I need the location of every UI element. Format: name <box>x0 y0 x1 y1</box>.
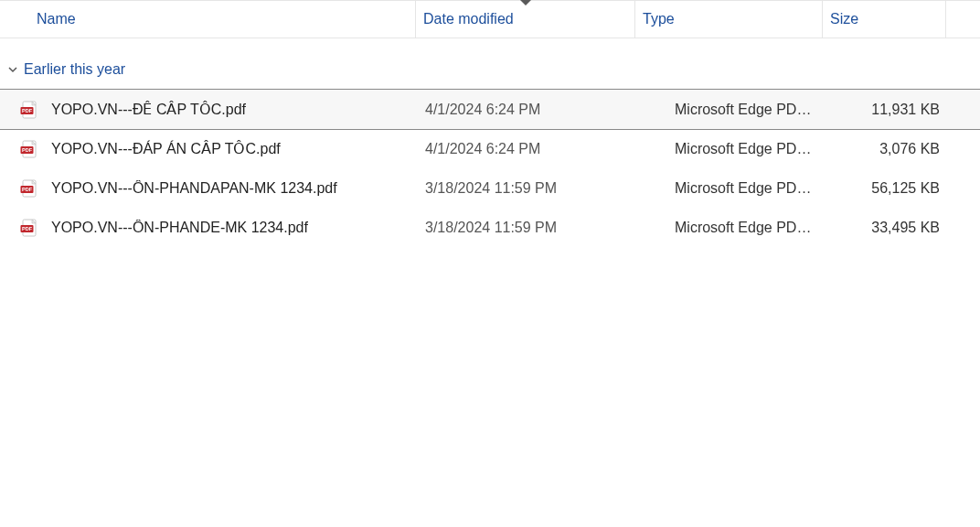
file-row[interactable]: PDF YOPO.VN---ĐÁP ÁN CẤP TỐC.pdf4/1/2024… <box>0 129 980 168</box>
file-name-label: YOPO.VN---ĐÁP ÁN CẤP TỐC.pdf <box>51 140 409 157</box>
file-name-label: YOPO.VN---ĐỀ CẤP TỐC.pdf <box>51 101 409 118</box>
group-header[interactable]: Earlier this year <box>0 57 980 82</box>
pdf-file-icon: PDF <box>20 101 38 119</box>
file-size-cell: 11,931 KB <box>823 102 942 118</box>
column-header-name[interactable]: Name <box>0 1 416 38</box>
svg-text:PDF: PDF <box>22 108 33 113</box>
file-name-cell: PDF YOPO.VN---ĐỀ CẤP TỐC.pdf <box>0 101 416 119</box>
chevron-down-icon <box>7 64 18 75</box>
file-size-cell: 33,495 KB <box>823 220 942 236</box>
file-type-cell: Microsoft Edge PDF ... <box>640 180 823 197</box>
file-type-cell: Microsoft Edge PDF ... <box>640 220 823 236</box>
file-name-label: YOPO.VN---ÔN-PHANDAPAN-MK 1234.pdf <box>51 180 409 197</box>
file-row[interactable]: PDF YOPO.VN---ÔN-PHANDAPAN-MK 1234.pdf3/… <box>0 168 980 208</box>
svg-text:PDF: PDF <box>22 226 33 231</box>
column-header-date-label: Date modified <box>423 11 514 27</box>
file-row[interactable]: PDF YOPO.VN---ÔN-PHANDE-MK 1234.pdf3/18/… <box>0 208 980 247</box>
file-date-cell: 4/1/2024 6:24 PM <box>416 102 640 118</box>
file-date-cell: 3/18/2024 11:59 PM <box>416 220 640 236</box>
file-date-cell: 3/18/2024 11:59 PM <box>416 180 640 197</box>
sort-descending-icon <box>520 0 531 5</box>
file-type-cell: Microsoft Edge PDF ... <box>640 141 823 157</box>
file-type-cell: Microsoft Edge PDF ... <box>640 102 823 118</box>
group-header-label: Earlier this year <box>24 61 125 78</box>
pdf-file-icon: PDF <box>20 219 38 237</box>
file-rows: PDF YOPO.VN---ĐỀ CẤP TỐC.pdf4/1/2024 6:2… <box>0 82 980 247</box>
file-size-cell: 56,125 KB <box>823 180 942 197</box>
file-list-body: Earlier this year PDF YOPO.VN---ĐỀ CẤP T… <box>0 38 980 247</box>
svg-text:PDF: PDF <box>22 187 33 192</box>
file-name-label: YOPO.VN---ÔN-PHANDE-MK 1234.pdf <box>51 220 409 236</box>
pdf-file-icon: PDF <box>20 179 38 198</box>
column-header-size[interactable]: Size <box>823 1 946 38</box>
file-date-cell: 4/1/2024 6:24 PM <box>416 141 640 157</box>
column-header-type[interactable]: Type <box>635 1 823 38</box>
pdf-file-icon: PDF <box>20 140 38 158</box>
file-name-cell: PDF YOPO.VN---ÔN-PHANDE-MK 1234.pdf <box>0 219 416 237</box>
svg-text:PDF: PDF <box>22 147 33 153</box>
column-header-row: Name Date modified Type Size <box>0 0 980 38</box>
column-header-date[interactable]: Date modified <box>416 1 635 38</box>
file-row[interactable]: PDF YOPO.VN---ĐỀ CẤP TỐC.pdf4/1/2024 6:2… <box>0 90 980 129</box>
file-size-cell: 3,076 KB <box>823 141 942 157</box>
file-name-cell: PDF YOPO.VN---ÔN-PHANDAPAN-MK 1234.pdf <box>0 179 416 198</box>
file-name-cell: PDF YOPO.VN---ĐÁP ÁN CẤP TỐC.pdf <box>0 140 416 158</box>
